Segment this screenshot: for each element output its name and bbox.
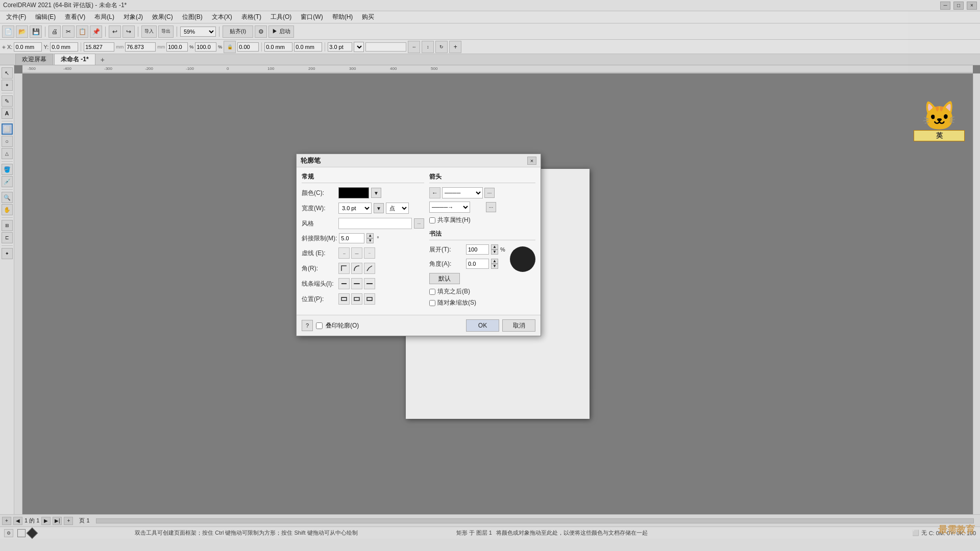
color-label: 颜色(C): (302, 189, 336, 197)
corner-limit-spin: ▲ ▼ (366, 233, 374, 243)
corner-label: 角(R): (302, 264, 336, 273)
watermark: 最需教育 (938, 523, 975, 536)
dash-icon-1[interactable]: - - (338, 247, 350, 259)
style-more-btn[interactable]: ··· (414, 218, 424, 229)
calligraphy-section-title: 书法 (429, 230, 535, 240)
position-icon-2[interactable] (351, 293, 362, 305)
dialog-close-button[interactable]: × (527, 157, 536, 165)
dialog-body: 常规 颜色(C): ▼ 宽度(W): 3.0 pt ▼ 点 (297, 167, 541, 315)
shared-props-row: 共享属性(H) (429, 216, 535, 224)
fill-after-label: 填充之后(B) (437, 287, 470, 296)
style-preview (338, 218, 412, 229)
dialog-right-section: 箭头 ← ──── ··· ────→ (429, 172, 535, 310)
corner-limit-up[interactable]: ▲ (366, 233, 374, 238)
arrow-row-2: ────→ ··· (429, 202, 535, 213)
calligraphy-preview-container (510, 244, 535, 284)
stretch-input[interactable] (466, 244, 489, 255)
corner-limit-down[interactable]: ▼ (366, 238, 374, 243)
calligraphy-body: 展开(T): ▲ ▼ % 角度(A): (429, 244, 535, 284)
corner-limit-row: 斜接限制(M): ▲ ▼ ° (302, 233, 424, 243)
angle-row: 角度(A): ▲ ▼ (429, 259, 506, 269)
width-unit-select[interactable]: 点 (386, 203, 409, 214)
corner-limit-label: 斜接限制(M): (302, 234, 337, 243)
arrow-row-1: ← ──── ··· (429, 187, 535, 198)
scale-with-label: 随对象缩放(S) (437, 298, 476, 307)
arrow-right-select[interactable]: ────→ (429, 202, 470, 213)
corner-icon-1[interactable] (338, 263, 350, 274)
stretch-label: 展开(T): (429, 245, 464, 254)
print-outline-label: 叠印轮廓(O) (326, 321, 359, 330)
corner-limit-unit: ° (377, 235, 379, 241)
shared-props-checkbox[interactable] (429, 217, 435, 223)
dashes-icons: - - — ·· (338, 247, 375, 259)
position-icons (338, 293, 375, 305)
line-end-icon-2[interactable] (351, 278, 362, 289)
stretch-unit: % (500, 246, 505, 253)
width-row: 宽度(W): 3.0 pt ▼ 点 (302, 203, 424, 214)
dashes-row: 虚线 (E): - - — ·· (302, 247, 424, 259)
corner-icon-3[interactable] (364, 263, 375, 274)
width-input[interactable]: 3.0 pt (338, 203, 372, 214)
line-ends-label: 线条端头(I): (302, 280, 336, 288)
line-ends-row: 线条端头(I): (302, 278, 424, 289)
arrow-left-more[interactable]: ··· (484, 188, 495, 198)
dash-icon-3[interactable]: ·· (364, 247, 375, 259)
line-end-icon-1[interactable] (338, 278, 350, 289)
fill-after-row: 填充之后(B) (429, 287, 535, 296)
width-dropdown-btn[interactable]: ▼ (374, 203, 384, 213)
svg-rect-18 (367, 297, 372, 300)
general-section-title: 常规 (302, 172, 424, 183)
help-button[interactable]: ? (302, 320, 313, 331)
scale-with-row: 随对象缩放(S) (429, 298, 535, 307)
fill-after-checkbox[interactable] (429, 289, 435, 295)
style-label: 风格 (302, 219, 336, 228)
color-more-btn[interactable]: ▼ (371, 188, 381, 198)
svg-rect-17 (354, 297, 359, 300)
arrows-section-title: 箭头 (429, 172, 535, 183)
corner-limit-input[interactable] (339, 233, 364, 243)
angle-callig-label: 角度(A): (429, 260, 464, 268)
arrow-left-icon[interactable]: ← (429, 187, 440, 198)
arrow-right-more[interactable]: ··· (486, 202, 496, 212)
ok-button[interactable]: OK (466, 319, 499, 332)
stretch-up[interactable]: ▲ (491, 244, 498, 249)
corner-icon-2[interactable] (351, 263, 362, 274)
angle-spin: ▲ ▼ (491, 259, 498, 269)
stretch-spin: ▲ ▼ (491, 244, 498, 255)
angle-up[interactable]: ▲ (491, 259, 498, 264)
corner-row: 角(R): (302, 263, 424, 274)
position-row: 位置(P): (302, 293, 424, 305)
stretch-down[interactable]: ▼ (491, 249, 498, 255)
angle-down[interactable]: ▼ (491, 264, 498, 269)
stretch-row: 展开(T): ▲ ▼ % (429, 244, 506, 255)
style-row: 风格 ··· (302, 218, 424, 229)
dialog-footer-left: ? 叠印轮廓(O) (302, 320, 359, 331)
position-label: 位置(P): (302, 295, 336, 304)
dashes-label: 虚线 (E): (302, 249, 336, 258)
outline-pen-dialog: 轮廓笔 × 常规 颜色(C): ▼ 宽度(W): 3.0 pt (296, 154, 541, 336)
svg-rect-15 (341, 297, 347, 300)
position-icon-3[interactable] (364, 293, 375, 305)
arrow-left-select[interactable]: ──── (442, 187, 483, 198)
cancel-button[interactable]: 取消 (502, 319, 535, 332)
dash-icon-2[interactable]: — (351, 247, 362, 259)
line-end-icon-3[interactable] (364, 278, 375, 289)
shared-props-label: 共享属性(H) (437, 216, 471, 224)
dialog-overlay: 轮廓笔 × 常规 颜色(C): ▼ 宽度(W): 3.0 pt (0, 0, 980, 551)
angle-callig-input[interactable] (466, 259, 489, 269)
calligraphy-preview (510, 246, 535, 272)
dialog-general-section: 常规 颜色(C): ▼ 宽度(W): 3.0 pt ▼ 点 (302, 172, 424, 310)
corner-icons (338, 263, 375, 274)
color-picker-box[interactable] (338, 187, 369, 198)
position-icon-1[interactable] (338, 293, 350, 305)
calligraphy-controls: 展开(T): ▲ ▼ % 角度(A): (429, 244, 506, 284)
color-row: 颜色(C): ▼ (302, 187, 424, 198)
print-outline-checkbox[interactable] (316, 322, 323, 329)
dialog-title-bar: 轮廓笔 × (297, 154, 541, 167)
dialog-title-text: 轮廓笔 (301, 156, 321, 165)
width-label: 宽度(W): (302, 204, 336, 213)
default-btn[interactable]: 默认 (429, 273, 460, 284)
scale-with-checkbox[interactable] (429, 300, 435, 306)
line-end-icons (338, 278, 375, 289)
dialog-footer: ? 叠印轮廓(O) OK 取消 (297, 315, 541, 336)
